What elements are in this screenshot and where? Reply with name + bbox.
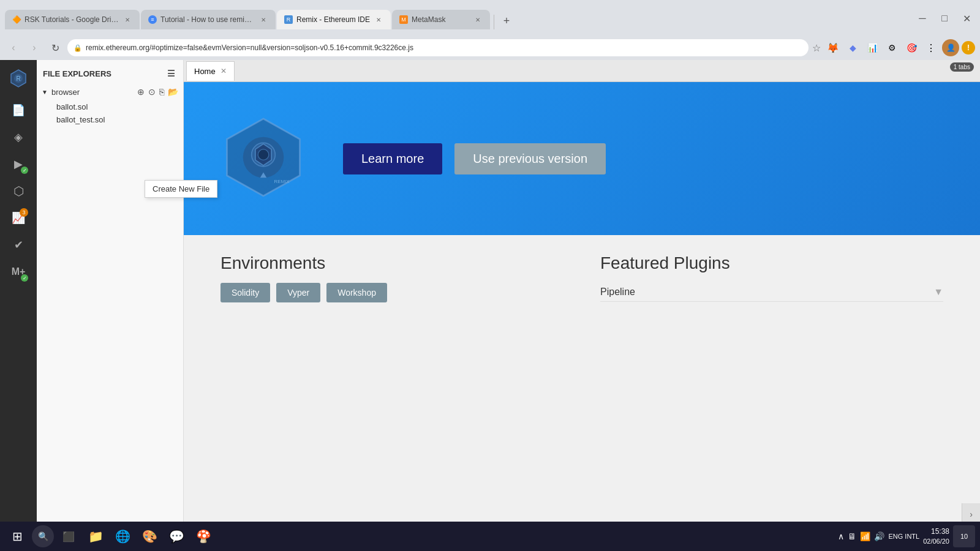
learn-more-button[interactable]: Learn more: [343, 143, 442, 174]
home-tab[interactable]: Home ✕: [186, 61, 235, 81]
env-vyper-button[interactable]: Vyper: [276, 283, 320, 302]
tab-google-drive[interactable]: 🔶 RSK Tutorials - Google Drive ✕: [5, 10, 140, 29]
deploy-check-overlay: ✓: [21, 167, 28, 174]
refresh-button[interactable]: ↻: [47, 39, 64, 56]
tray-expand-icon[interactable]: ∧: [838, 531, 844, 541]
tray-language: ENG INTL: [888, 533, 919, 540]
remix-logo-button[interactable]: R: [6, 66, 31, 91]
window-controls: ─ □ ✕: [914, 10, 975, 27]
content-area: Home ✕ 1 tabs REMIX: [184, 60, 980, 551]
tab4-label: MetaMask: [412, 15, 469, 24]
stats-icon[interactable]: 📊: [864, 39, 881, 56]
tray-network-icon[interactable]: 🖥: [848, 531, 856, 541]
address-text: remix.ethereum.org/#optimize=false&evmVe…: [86, 43, 802, 52]
featured-plugins-section: Featured Plugins Pipeline ▼: [600, 253, 943, 302]
extension-icon[interactable]: ⚙: [883, 39, 900, 56]
env-workshop-button[interactable]: Workshop: [326, 283, 387, 302]
close-button[interactable]: ✕: [958, 10, 975, 27]
tabs-count-badge: 1 tabs: [950, 62, 974, 72]
bookmark-button[interactable]: ☆: [812, 42, 821, 54]
eth-icon[interactable]: ◆: [844, 39, 861, 56]
address-bar[interactable]: 🔒 remix.ethereum.org/#optimize=false&evm…: [67, 39, 809, 56]
taskbar: ⊞ 🔍 ⬛ 📁 🌐 🎨 💬 🍄 ∧ 🖥 📶 🔊 ENG INTL 15:38 0…: [0, 522, 980, 551]
solidity-icon: ◈: [14, 130, 23, 144]
home-tab-close[interactable]: ✕: [221, 67, 227, 75]
lower-content: Environments Solidity Vyper Workshop Fea…: [184, 235, 980, 321]
taskbar-paint[interactable]: 🎨: [137, 524, 162, 549]
tab-tutorial[interactable]: ≡ Tutorial - How to use remix with... ✕: [141, 10, 276, 29]
tab2-close[interactable]: ✕: [258, 15, 268, 24]
sidebar-analytics[interactable]: 📈 3: [6, 206, 31, 230]
svg-point-7: [258, 149, 269, 160]
tray-datetime: 15:38 02/06/20: [923, 527, 949, 546]
tray-time-text: 15:38: [923, 527, 949, 537]
taskbar-task-view[interactable]: ⬛: [56, 524, 81, 549]
taskbar-app5[interactable]: 🍄: [191, 524, 216, 549]
content-tab-bar: Home ✕ 1 tabs: [184, 60, 980, 82]
file-explorer-title: FILE EXPLORERS: [43, 69, 111, 78]
mist-check-overlay: ✓: [21, 274, 28, 282]
plugin-pipeline-label: Pipeline: [600, 287, 635, 298]
main-layout: R 📄 ◈ ▶ ✓ ⬡ 📈 3 ✔ M+ ✓ ⚙: [0, 60, 980, 551]
file-ballot-test-sol[interactable]: ballot_test.sol: [54, 113, 178, 126]
tray-signal-icon[interactable]: 📶: [860, 531, 870, 541]
forward-button[interactable]: ›: [26, 39, 43, 56]
analytics-badge: 3: [20, 208, 28, 217]
metamask-toolbar-icon[interactable]: 🦊: [824, 39, 842, 56]
github-icon[interactable]: ⊙: [148, 87, 156, 97]
plugin-pipeline[interactable]: Pipeline ▼: [600, 283, 943, 302]
taskbar-chrome[interactable]: 🌐: [110, 524, 135, 549]
tray-volume-icon[interactable]: 🔊: [874, 531, 884, 541]
sidebar-file-explorer[interactable]: 📄: [6, 98, 31, 122]
sidebar-debug[interactable]: ⬡: [6, 179, 31, 203]
new-tab-button[interactable]: +: [498, 12, 515, 29]
tab4-close[interactable]: ✕: [473, 15, 483, 24]
sidebar-deploy[interactable]: ▶ ✓: [6, 152, 31, 176]
toolbar-icons: 🦊 ◆ 📊 ⚙ 🎯 ⋮ 👤 !: [824, 39, 975, 56]
file-icon: 📄: [12, 103, 25, 117]
file-name-ballot: ballot.sol: [56, 102, 88, 111]
lock-icon: 🔒: [74, 44, 82, 52]
remix-hex-logo: REMIX: [221, 114, 306, 203]
sidebar-testing[interactable]: ✔: [6, 233, 31, 257]
tab3-close[interactable]: ✕: [374, 15, 383, 24]
browser-label[interactable]: ▼ browser ⊕ ⊙ ⎘ 📂: [42, 84, 178, 99]
taskbar-search-icon[interactable]: 🔍: [32, 525, 54, 547]
taskbar-file-explorer[interactable]: 📁: [83, 524, 108, 549]
sidebar-mist[interactable]: M+ ✓: [6, 260, 31, 284]
file-name-ballot-test: ballot_test.sol: [56, 115, 105, 124]
hero-banner: REMIX Learn more Use previous version: [184, 82, 980, 235]
profile-avatar[interactable]: 👤: [942, 39, 959, 56]
browser-arrow-icon: ▼: [42, 89, 48, 96]
file-list: ballot.sol ballot_test.sol: [42, 99, 178, 127]
svg-text:R: R: [16, 75, 20, 82]
tab-bar: 🔶 RSK Tutorials - Google Drive ✕ ≡ Tutor…: [5, 7, 515, 29]
tab-metamask[interactable]: M MetaMask ✕: [392, 10, 490, 29]
minimize-button[interactable]: ─: [914, 10, 931, 27]
start-button[interactable]: ⊞: [5, 524, 29, 549]
plugin-expand-icon[interactable]: ▼: [933, 287, 943, 298]
file-explorer-menu-icon[interactable]: ☰: [165, 67, 177, 80]
menu-icon[interactable]: ⋮: [922, 39, 940, 56]
address-bar-row: ‹ › ↻ 🔒 remix.ethereum.org/#optimize=fal…: [0, 37, 980, 60]
tab1-close[interactable]: ✕: [123, 15, 132, 24]
svg-text:REMIX: REMIX: [274, 179, 290, 184]
tab-remix[interactable]: R Remix - Ethereum IDE ✕: [277, 10, 391, 29]
file-ballot-sol[interactable]: ballot.sol: [54, 100, 178, 113]
maximize-button[interactable]: □: [936, 10, 953, 27]
debug-icon: ⬡: [13, 184, 24, 198]
copy-icon[interactable]: ⎘: [159, 87, 164, 97]
back-button[interactable]: ‹: [5, 39, 22, 56]
featured-plugins-title: Featured Plugins: [600, 253, 943, 273]
env-solidity-button[interactable]: Solidity: [221, 283, 270, 302]
extension2-icon[interactable]: 🎯: [903, 39, 920, 56]
remix-icon: R: [284, 15, 293, 24]
sidebar-solidity[interactable]: ◈: [6, 125, 31, 149]
folder-icon[interactable]: 📂: [168, 87, 178, 97]
taskbar-slack[interactable]: 💬: [164, 524, 189, 549]
use-previous-version-button[interactable]: Use previous version: [454, 143, 606, 174]
add-file-icon[interactable]: ⊕: [137, 87, 145, 97]
notifications-button[interactable]: 10: [953, 525, 975, 547]
env-buttons: Solidity Vyper Workshop: [221, 283, 564, 302]
browser-chrome: 🔶 RSK Tutorials - Google Drive ✕ ≡ Tutor…: [0, 0, 980, 37]
